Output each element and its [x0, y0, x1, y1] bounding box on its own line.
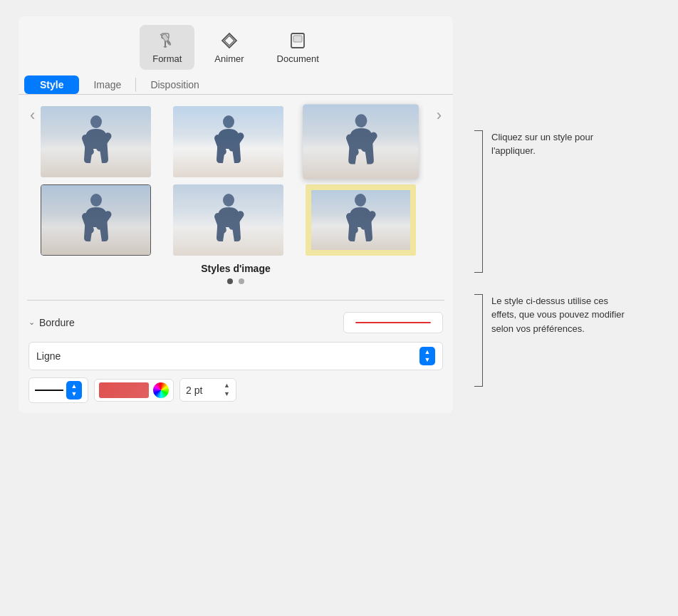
person-silhouette-4 — [78, 192, 114, 249]
ligne-arrows[interactable]: ▲ ▼ — [419, 347, 435, 365]
svg-point-12 — [223, 115, 234, 128]
callout-1: Cliquez sur un style pour l'appliquer. — [474, 130, 659, 273]
callout-bracket-2 — [474, 294, 483, 387]
person-silhouette-2 — [211, 113, 246, 170]
bordure-preview — [343, 312, 443, 333]
svg-point-15 — [355, 114, 367, 127]
callout-text-1: Cliquez sur un style pour l'appliquer. — [491, 130, 634, 158]
animer-tab-label: Animer — [214, 53, 244, 64]
svg-point-9 — [90, 115, 102, 128]
pt-value: 2 pt — [186, 385, 219, 396]
color-picker-box — [94, 379, 174, 402]
styles-grid — [41, 106, 430, 256]
document-tab-button[interactable]: Document — [264, 25, 332, 70]
style-thumb-2[interactable] — [173, 106, 283, 177]
pt-arrows[interactable]: ▲ ▼ — [224, 382, 230, 398]
style-thumb-6[interactable] — [306, 184, 416, 256]
animer-tab-button[interactable]: Animer — [202, 25, 256, 70]
pagination-dot-2[interactable] — [239, 278, 244, 284]
callout-area: Cliquez sur un style pour l'appliquer. L… — [453, 16, 659, 387]
line-style-select[interactable]: ▲ ▼ — [28, 377, 88, 403]
bordure-label: ⌄ Bordure — [28, 317, 75, 328]
pt-down-arrow[interactable]: ▼ — [224, 390, 230, 398]
format-icon — [157, 31, 177, 51]
document-tab-label: Document — [277, 53, 319, 64]
svg-point-24 — [355, 194, 366, 207]
bordure-section: ⌄ Bordure — [19, 305, 453, 336]
styles-area: ‹ — [19, 95, 453, 296]
callout-2: Le style ci-dessus utilise ces effets, q… — [474, 294, 659, 387]
style-thumb-1[interactable] — [41, 106, 151, 177]
styles-section-title: Styles d'image — [27, 263, 444, 274]
prev-arrow[interactable]: ‹ — [27, 106, 38, 125]
svg-point-18 — [90, 194, 102, 207]
section-divider-1 — [27, 300, 444, 301]
tab-bar: Style Image Disposition — [19, 75, 453, 95]
format-tab-label: Format — [152, 53, 182, 64]
document-icon — [288, 31, 308, 51]
tab-disposition[interactable]: Disposition — [136, 75, 213, 94]
controls-row: ▲ ▼ 2 pt ▲ ▼ — [19, 373, 453, 413]
tab-style[interactable]: Style — [24, 75, 79, 94]
svg-rect-8 — [293, 36, 302, 42]
line-preview — [35, 390, 63, 391]
tab-image[interactable]: Image — [79, 75, 135, 94]
person-silhouette-1 — [78, 113, 114, 170]
pagination-dot-1[interactable] — [227, 278, 233, 284]
person-silhouette-3 — [342, 112, 380, 172]
bordure-chevron-icon[interactable]: ⌄ — [28, 318, 35, 327]
callout-text-2: Le style ci-dessus utilise ces effets, q… — [491, 294, 634, 336]
pagination — [27, 278, 444, 284]
pt-stepper: 2 pt ▲ ▼ — [179, 378, 236, 402]
color-wheel-icon[interactable] — [153, 382, 169, 398]
toolbar: Format Animer Document — [19, 16, 453, 75]
bordure-text: Bordure — [39, 317, 75, 328]
next-arrow[interactable]: › — [434, 106, 444, 125]
ligne-select[interactable]: Ligne ▲ ▼ — [28, 342, 443, 370]
person-silhouette-6 — [343, 192, 378, 249]
pt-up-arrow[interactable]: ▲ — [224, 382, 230, 390]
svg-point-21 — [223, 194, 234, 207]
ligne-label: Ligne — [36, 350, 61, 362]
style-thumb-5[interactable] — [173, 184, 283, 256]
ligne-row: Ligne ▲ ▼ — [19, 336, 453, 373]
person-silhouette-5 — [211, 192, 246, 249]
line-style-arrows[interactable]: ▲ ▼ — [66, 381, 82, 400]
animer-icon — [219, 31, 239, 51]
format-tab-button[interactable]: Format — [140, 25, 194, 70]
style-thumb-3[interactable] — [303, 104, 419, 179]
style-thumb-4[interactable] — [41, 184, 151, 256]
bordure-red-line — [355, 322, 431, 323]
color-swatch[interactable] — [99, 382, 149, 398]
callout-bracket-1 — [474, 130, 483, 273]
